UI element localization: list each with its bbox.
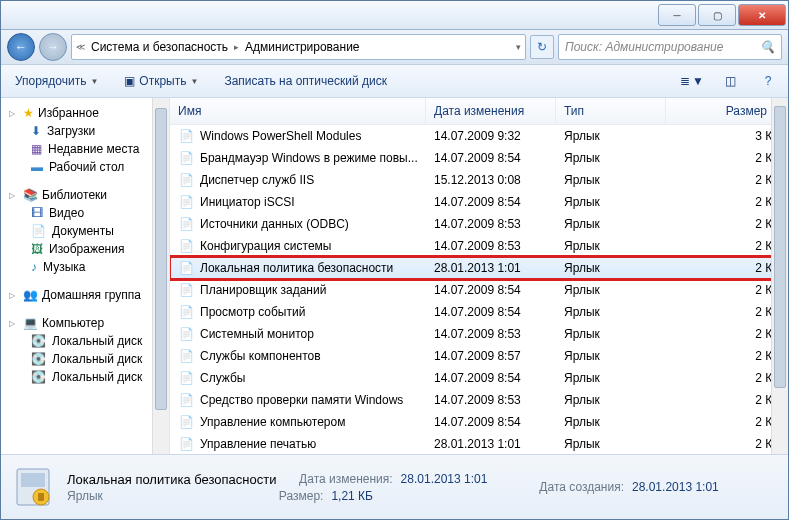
refresh-button[interactable]: ↻: [530, 35, 554, 59]
file-name: Конфигурация системы: [200, 239, 331, 253]
file-type: Ярлык: [556, 151, 666, 165]
nav-drive[interactable]: 💽Локальный диск: [1, 368, 169, 386]
shortcut-icon: 📄: [178, 150, 194, 166]
file-name: Средство проверки памяти Windows: [200, 393, 403, 407]
file-name: Источники данных (ODBC): [200, 217, 349, 231]
nav-downloads[interactable]: ⬇Загрузки: [1, 122, 169, 140]
nav-scrollbar[interactable]: [152, 98, 169, 454]
file-type: Ярлык: [556, 393, 666, 407]
table-row[interactable]: 📄Службы компонентов14.07.2009 8:57Ярлык2…: [170, 345, 788, 367]
details-title: Локальная политика безопасности: [67, 472, 276, 487]
col-date[interactable]: Дата изменения: [426, 98, 556, 124]
chevron-down-icon[interactable]: ▾: [516, 42, 521, 52]
search-input[interactable]: Поиск: Администрирование 🔍: [558, 34, 782, 60]
svg-rect-1: [21, 473, 45, 487]
file-date: 28.01.2013 1:01: [426, 261, 556, 275]
details-pane: Локальная политика безопасности Дата изм…: [1, 455, 788, 519]
forward-button[interactable]: →: [39, 33, 67, 61]
nav-homegroup[interactable]: ▷👥Домашняя группа: [1, 286, 169, 304]
minimize-button[interactable]: ─: [658, 4, 696, 26]
shortcut-icon: 📄: [178, 326, 194, 342]
nav-recent[interactable]: ▦Недавние места: [1, 140, 169, 158]
nav-libraries[interactable]: ▷📚Библиотеки: [1, 186, 169, 204]
file-name: Инициатор iSCSI: [200, 195, 295, 209]
file-name: Планировщик заданий: [200, 283, 326, 297]
burn-button[interactable]: Записать на оптический диск: [218, 70, 393, 92]
svg-rect-3: [38, 493, 44, 501]
file-type: Ярлык: [556, 129, 666, 143]
body: ▷★Избранное ⬇Загрузки ▦Недавние места ▬Р…: [1, 98, 788, 455]
details-icon: [11, 465, 55, 509]
chevron-left-icon: ≪: [76, 42, 85, 52]
organize-menu[interactable]: Упорядочить▼: [9, 70, 104, 92]
video-icon: 🎞: [31, 206, 43, 220]
shortcut-icon: 📄: [178, 304, 194, 320]
file-name: Локальная политика безопасности: [200, 261, 393, 275]
nav-drive[interactable]: 💽Локальный диск: [1, 332, 169, 350]
table-row[interactable]: 📄Управление компьютером14.07.2009 8:54Яр…: [170, 411, 788, 433]
open-button[interactable]: ▣Открыть▼: [118, 70, 204, 92]
nav-music[interactable]: ♪Музыка: [1, 258, 169, 276]
shortcut-icon: 📄: [178, 194, 194, 210]
search-placeholder: Поиск: Администрирование: [565, 40, 723, 54]
file-type: Ярлык: [556, 349, 666, 363]
chevron-right-icon: ▸: [234, 42, 239, 52]
table-row[interactable]: 📄Windows PowerShell Modules14.07.2009 9:…: [170, 125, 788, 147]
table-row[interactable]: 📄Просмотр событий14.07.2009 8:54Ярлык2 К…: [170, 301, 788, 323]
document-icon: 📄: [31, 224, 46, 238]
file-name: Windows PowerShell Modules: [200, 129, 361, 143]
file-date: 14.07.2009 8:54: [426, 371, 556, 385]
col-size[interactable]: Размер: [666, 98, 788, 124]
file-size: 3 КБ: [666, 129, 788, 143]
table-row[interactable]: 📄Источники данных (ODBC)14.07.2009 8:53Я…: [170, 213, 788, 235]
table-row[interactable]: 📄Брандмауэр Windows в режиме повы...14.0…: [170, 147, 788, 169]
file-name: Службы: [200, 371, 245, 385]
nav-desktop[interactable]: ▬Рабочий стол: [1, 158, 169, 176]
desktop-icon: ▬: [31, 160, 43, 174]
back-button[interactable]: ←: [7, 33, 35, 61]
view-options-button[interactable]: ≣ ▼: [680, 69, 704, 93]
file-date: 14.07.2009 8:53: [426, 393, 556, 407]
close-button[interactable]: ✕: [738, 4, 786, 26]
toolbar: Упорядочить▼ ▣Открыть▼ Записать на оптич…: [1, 65, 788, 98]
titlebar: ─ ▢ ✕: [1, 1, 788, 30]
drive-icon: 💽: [31, 370, 46, 384]
preview-pane-button[interactable]: ◫: [718, 69, 742, 93]
table-row[interactable]: 📄Средство проверки памяти Windows14.07.2…: [170, 389, 788, 411]
nav-computer[interactable]: ▷💻Компьютер: [1, 314, 169, 332]
file-name: Диспетчер служб IIS: [200, 173, 314, 187]
nav-pictures[interactable]: 🖼Изображения: [1, 240, 169, 258]
picture-icon: 🖼: [31, 242, 43, 256]
file-size: 2 КБ: [666, 151, 788, 165]
table-row[interactable]: 📄Инициатор iSCSI14.07.2009 8:54Ярлык2 КБ: [170, 191, 788, 213]
table-row[interactable]: 📄Диспетчер служб IIS15.12.2013 0:08Ярлык…: [170, 169, 788, 191]
table-row[interactable]: 📄Службы14.07.2009 8:54Ярлык2 КБ: [170, 367, 788, 389]
music-icon: ♪: [31, 260, 37, 274]
col-name[interactable]: Имя: [170, 98, 426, 124]
file-date: 14.07.2009 8:54: [426, 415, 556, 429]
breadcrumb[interactable]: ≪ Система и безопасность ▸ Администриров…: [71, 34, 526, 60]
nav-documents[interactable]: 📄Документы: [1, 222, 169, 240]
help-button[interactable]: ?: [756, 69, 780, 93]
downloads-icon: ⬇: [31, 124, 41, 138]
table-row[interactable]: 📄Управление печатью28.01.2013 1:01Ярлык2…: [170, 433, 788, 454]
file-name: Системный монитор: [200, 327, 314, 341]
nav-drive[interactable]: 💽Локальный диск: [1, 350, 169, 368]
breadcrumb-seg-2[interactable]: Администрирование: [241, 38, 363, 56]
nav-videos[interactable]: 🎞Видео: [1, 204, 169, 222]
table-row[interactable]: 📄Системный монитор14.07.2009 8:53Ярлык2 …: [170, 323, 788, 345]
file-size: 2 КБ: [666, 393, 788, 407]
nav-favorites[interactable]: ▷★Избранное: [1, 104, 169, 122]
table-row[interactable]: 📄Конфигурация системы14.07.2009 8:53Ярлы…: [170, 235, 788, 257]
file-date: 15.12.2013 0:08: [426, 173, 556, 187]
file-name: Службы компонентов: [200, 349, 321, 363]
file-name: Брандмауэр Windows в режиме повы...: [200, 151, 418, 165]
col-type[interactable]: Тип: [556, 98, 666, 124]
list-scrollbar[interactable]: [771, 98, 788, 454]
shortcut-icon: 📄: [178, 436, 194, 452]
table-row[interactable]: 📄Планировщик заданий14.07.2009 8:54Ярлык…: [170, 279, 788, 301]
shortcut-icon: 📄: [178, 128, 194, 144]
table-row[interactable]: 📄Локальная политика безопасности28.01.20…: [170, 257, 788, 279]
maximize-button[interactable]: ▢: [698, 4, 736, 26]
breadcrumb-seg-1[interactable]: Система и безопасность: [87, 38, 232, 56]
